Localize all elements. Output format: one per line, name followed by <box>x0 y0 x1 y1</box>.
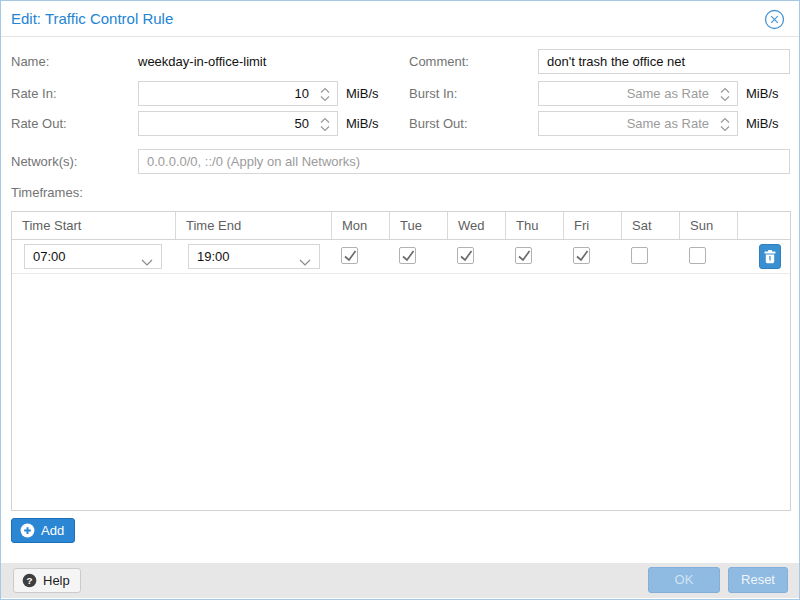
column-header-wed: Wed <box>448 212 506 239</box>
thu-checkbox[interactable] <box>515 247 532 264</box>
chevron-down-icon[interactable] <box>299 254 311 269</box>
comment-label: Comment: <box>409 54 469 70</box>
plus-circle-icon <box>20 523 35 538</box>
rate-in-unit: MiB/s <box>346 86 379 102</box>
rate-out-input[interactable] <box>139 112 337 135</box>
burst-out-spinner-icon[interactable] <box>720 117 730 132</box>
burst-out-field <box>538 111 738 136</box>
burst-in-unit: MiB/s <box>746 86 779 102</box>
sat-checkbox[interactable] <box>631 247 648 264</box>
column-header-thu: Thu <box>506 212 564 239</box>
footer-toolbar: ? Help OK Reset <box>1 563 799 598</box>
rate-in-input[interactable] <box>139 82 337 105</box>
trash-icon <box>764 250 776 264</box>
comment-input[interactable] <box>539 50 789 73</box>
delete-row-button[interactable] <box>759 244 781 269</box>
dialog-titlebar: Edit: Traffic Control Rule <box>1 1 799 37</box>
time-end-combo <box>188 244 320 269</box>
rate-out-unit: MiB/s <box>346 116 379 132</box>
comment-field <box>538 49 790 74</box>
column-header-time-end: Time End <box>176 212 332 239</box>
fri-checkbox[interactable] <box>573 247 590 264</box>
column-header-time-start: Time Start <box>12 212 176 239</box>
close-icon[interactable] <box>764 9 785 30</box>
rate-in-spinner-icon[interactable] <box>320 87 330 102</box>
timeframe-row <box>12 240 790 274</box>
name-label: Name: <box>11 54 49 70</box>
question-circle-icon: ? <box>22 573 37 588</box>
column-header-actions <box>738 212 790 239</box>
burst-in-field <box>538 81 738 106</box>
networks-label: Network(s): <box>11 154 77 170</box>
tue-checkbox[interactable] <box>399 247 416 264</box>
rate-in-field <box>138 81 338 106</box>
add-button[interactable]: Add <box>11 518 75 543</box>
mon-checkbox[interactable] <box>341 247 358 264</box>
add-button-label: Add <box>41 523 64 538</box>
column-header-fri: Fri <box>564 212 622 239</box>
burst-out-unit: MiB/s <box>746 116 779 132</box>
wed-checkbox[interactable] <box>457 247 474 264</box>
time-start-combo <box>24 244 162 269</box>
edit-traffic-control-rule-dialog: Edit: Traffic Control Rule Name: weekday… <box>0 0 800 600</box>
burst-out-input[interactable] <box>539 112 737 135</box>
rate-out-spinner-icon[interactable] <box>320 117 330 132</box>
help-button-label: Help <box>43 573 70 588</box>
column-header-mon: Mon <box>332 212 390 239</box>
rate-out-label: Rate Out: <box>11 116 67 132</box>
name-value: weekday-in-office-limit <box>138 54 266 70</box>
reset-button[interactable]: Reset <box>728 567 788 593</box>
sun-checkbox[interactable] <box>689 247 706 264</box>
rate-in-label: Rate In: <box>11 86 57 102</box>
burst-in-spinner-icon[interactable] <box>720 87 730 102</box>
column-header-sat: Sat <box>622 212 680 239</box>
networks-field <box>138 149 790 174</box>
column-header-tue: Tue <box>390 212 448 239</box>
chevron-down-icon[interactable] <box>141 254 153 269</box>
burst-out-label: Burst Out: <box>409 116 468 132</box>
burst-in-input[interactable] <box>539 82 737 105</box>
help-button[interactable]: ? Help <box>13 568 81 593</box>
column-header-sun: Sun <box>680 212 738 239</box>
timeframes-label: Timeframes: <box>11 185 83 201</box>
timeframes-table-header: Time Start Time End Mon Tue Wed Thu Fri … <box>12 212 790 240</box>
ok-button[interactable]: OK <box>648 567 720 593</box>
svg-text:?: ? <box>26 575 32 586</box>
rate-out-field <box>138 111 338 136</box>
burst-in-label: Burst In: <box>409 86 457 102</box>
dialog-title: Edit: Traffic Control Rule <box>11 1 173 36</box>
networks-input[interactable] <box>139 150 789 173</box>
timeframes-table: Time Start Time End Mon Tue Wed Thu Fri … <box>11 211 791 511</box>
